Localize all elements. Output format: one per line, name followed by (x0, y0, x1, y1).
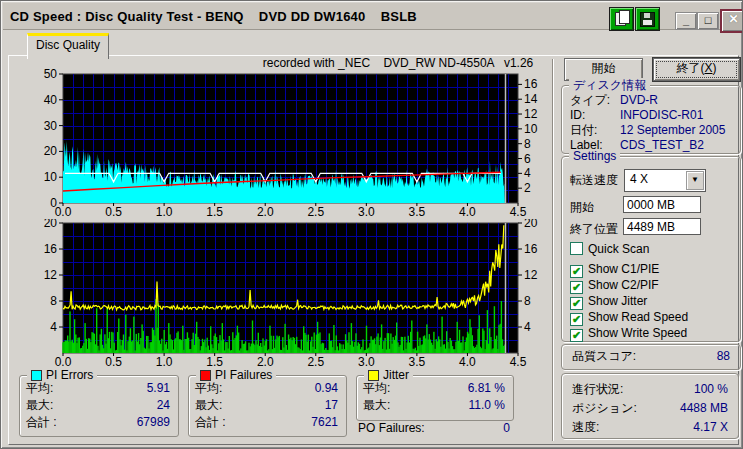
svg-text:1.0: 1.0 (156, 205, 173, 219)
svg-text:3.5: 3.5 (409, 205, 426, 219)
scan-speed-value: 4.17 X (693, 418, 728, 437)
minimize-icon: _ (676, 13, 696, 27)
quality-score-value: 88 (717, 345, 730, 367)
speed-value: 4 X (630, 172, 648, 186)
svg-text:16: 16 (524, 77, 538, 91)
quick-scan-checkbox[interactable]: Quick Scan (570, 242, 649, 256)
jitter-stats: Jitter 平均:6.81 % 最大:11.0 % (356, 375, 514, 421)
save-icon (640, 12, 655, 27)
pie-total: 67989 (137, 414, 170, 431)
svg-text:8: 8 (50, 294, 57, 308)
svg-text:2: 2 (524, 181, 531, 195)
pif-total: 7621 (311, 414, 338, 431)
svg-text:4.0: 4.0 (459, 355, 476, 369)
po-failures-value: 0 (503, 421, 510, 435)
svg-text:1.0: 1.0 (156, 355, 173, 369)
progress-box: 進行状況:100 % ポジション:4488 MB 速度:4.17 X (561, 373, 739, 439)
maximize-button[interactable]: □ (697, 12, 719, 30)
speed-row: 速度:4.17 X (562, 418, 738, 437)
settings-legend: Settings (569, 149, 620, 163)
pi-failures-chart: 48121620481216200.00.51.01.52.02.53.03.5… (25, 219, 555, 371)
disc-date-value: 12 September 2005 (620, 123, 725, 137)
jitter-maximum: 11.0 % (469, 397, 505, 414)
svg-text:3.0: 3.0 (358, 205, 375, 219)
end-pos-label: 終了位置 (570, 221, 618, 238)
svg-text:4: 4 (524, 320, 531, 334)
svg-text:0.0: 0.0 (55, 355, 72, 369)
exit-button[interactable]: 終了(X) (653, 58, 740, 81)
window-title: CD Speed : Disc Quality Test - BENQ DVD … (10, 9, 417, 24)
disc-type-value: DVD-R (620, 93, 658, 107)
svg-text:10: 10 (524, 122, 538, 136)
svg-text:2.0: 2.0 (257, 205, 274, 219)
app-window: CD Speed : Disc Quality Test - BENQ DVD … (0, 0, 743, 449)
pi-errors-swatch (31, 370, 42, 381)
svg-text:12: 12 (524, 268, 538, 282)
show-jitter-checkbox[interactable]: ✔Show Jitter (570, 294, 647, 308)
start-pos-input[interactable] (623, 196, 701, 213)
svg-text:4: 4 (524, 166, 531, 180)
svg-text:16: 16 (44, 242, 58, 256)
pi-errors-stats: PI Errors 平均:5.91 最大:24 合計 :67989 (19, 375, 179, 437)
show-write-speed-checkbox[interactable]: ✔Show Write Speed (570, 326, 687, 340)
disc-info-group: ディスク情報 タイプ:DVD-R ID:INFODISC-R01 日付:12 S… (561, 85, 741, 154)
pi-failures-swatch (200, 370, 211, 381)
svg-text:20: 20 (44, 144, 58, 158)
svg-text:4.0: 4.0 (459, 205, 476, 219)
svg-text:4: 4 (50, 320, 57, 334)
position-value: 4488 MB (680, 399, 728, 418)
show-c1-pie-checkbox[interactable]: ✔Show C1/PIE (570, 262, 659, 276)
svg-text:14: 14 (524, 92, 538, 106)
checkbox-icon: ✔ (570, 281, 583, 294)
svg-text:0.0: 0.0 (55, 205, 72, 219)
checkbox-icon (570, 242, 583, 255)
svg-text:4.5: 4.5 (510, 205, 527, 219)
progress-row: 進行状況:100 % (562, 380, 738, 399)
pi-errors-chart: 010203040502468101214160.00.51.01.52.02.… (25, 59, 555, 221)
checkbox-icon: ✔ (570, 297, 583, 310)
minimize-button[interactable]: _ (675, 12, 697, 30)
svg-text:4.5: 4.5 (510, 355, 527, 369)
pif-maximum: 17 (325, 397, 338, 414)
checkbox-icon: ✔ (570, 265, 583, 278)
svg-text:3.0: 3.0 (358, 355, 375, 369)
pi-failures-stats: PI Failures 平均:0.94 最大:17 合計 :7621 (188, 375, 347, 437)
quality-score-box: 品質スコア: 88 (561, 344, 741, 370)
svg-text:40: 40 (44, 93, 58, 107)
show-c2-pif-checkbox[interactable]: ✔Show C2/PIF (570, 278, 659, 292)
save-button[interactable] (635, 7, 660, 31)
speed-select[interactable]: 4 X ▼ (624, 169, 706, 192)
svg-text:20: 20 (524, 219, 538, 230)
checkbox-icon: ✔ (570, 313, 583, 326)
svg-text:2.5: 2.5 (307, 355, 324, 369)
svg-text:50: 50 (44, 67, 58, 81)
title-bar[interactable]: CD Speed : Disc Quality Test - BENQ DVD … (3, 3, 740, 30)
svg-text:1.5: 1.5 (206, 205, 223, 219)
svg-text:3.5: 3.5 (409, 355, 426, 369)
close-button[interactable]: ✕ (720, 9, 743, 33)
pie-average: 5.91 (147, 380, 170, 397)
position-row: ポジション:4488 MB (562, 399, 738, 418)
tab-disc-quality[interactable]: Disc Quality (27, 33, 109, 59)
disc-info-legend: ディスク情報 (569, 78, 650, 92)
pif-average: 0.94 (315, 380, 338, 397)
svg-text:12: 12 (524, 107, 538, 121)
svg-text:2.5: 2.5 (307, 205, 324, 219)
close-icon: ✕ (722, 11, 743, 27)
disc-date-row: 日付:12 September 2005 (570, 123, 735, 138)
tab-label: Disc Quality (36, 38, 100, 52)
svg-text:8: 8 (524, 137, 531, 151)
po-failures-row: PO Failures: 0 (358, 421, 510, 435)
show-read-speed-checkbox[interactable]: ✔Show Read Speed (570, 310, 688, 324)
end-pos-input[interactable] (623, 218, 701, 235)
copy-button[interactable] (609, 7, 634, 31)
svg-text:12: 12 (44, 268, 58, 282)
disc-id-row: ID:INFODISC-R01 (570, 108, 735, 123)
svg-text:20: 20 (44, 219, 58, 230)
pie-maximum: 24 (157, 397, 170, 414)
svg-text:0.5: 0.5 (105, 205, 122, 219)
svg-text:0.5: 0.5 (105, 355, 122, 369)
speed-label: 転送速度 (570, 172, 618, 189)
jitter-average: 6.81 % (468, 380, 505, 397)
chevron-down-icon[interactable]: ▼ (686, 171, 704, 190)
